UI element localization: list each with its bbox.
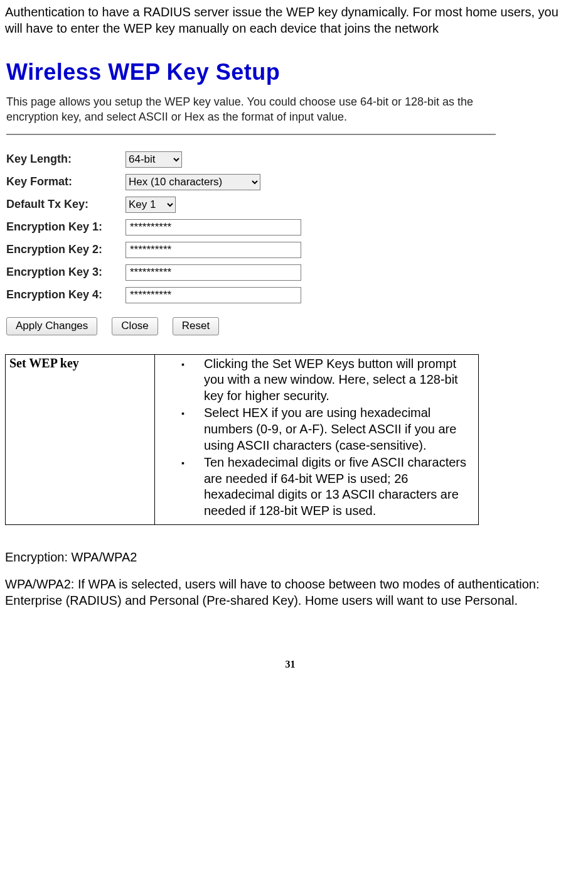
bullet-list: Clicking the Set WEP Keys button will pr… [159, 356, 474, 519]
row-key1: Encryption Key 1: [6, 219, 496, 236]
close-button[interactable]: Close [112, 317, 158, 335]
row-key3: Encryption Key 3: [6, 264, 496, 281]
input-key3[interactable] [126, 264, 301, 281]
select-key-length[interactable]: 64-bit [126, 151, 182, 168]
apply-changes-button[interactable]: Apply Changes [6, 317, 97, 335]
label-key-format: Key Format: [6, 175, 126, 188]
label-default-tx: Default Tx Key: [6, 198, 126, 211]
list-item: Select HEX if you are using hexadecimal … [181, 405, 473, 453]
table-row: Set WEP key Clicking the Set WEP Keys bu… [6, 354, 479, 524]
label-key1: Encryption Key 1: [6, 220, 126, 234]
page-number: 31 [5, 659, 575, 670]
label-key3: Encryption Key 3: [6, 266, 126, 279]
label-key-length: Key Length: [6, 153, 126, 166]
label-key4: Encryption Key 4: [6, 288, 126, 301]
wpa-paragraph: WPA/WPA2: If WPA is selected, users will… [5, 576, 575, 609]
row-key-format: Key Format: Hex (10 characters) [6, 174, 496, 190]
list-item: Clicking the Set WEP Keys button will pr… [181, 356, 473, 404]
wep-description: This page allows you setup the WEP key v… [6, 94, 496, 125]
input-key4[interactable] [126, 287, 301, 303]
divider [6, 134, 496, 135]
button-bar: Apply Changes Close Reset [6, 317, 496, 335]
wep-setup-panel: Wireless WEP Key Setup This page allows … [5, 55, 497, 342]
intro-paragraph: Authentication to have a RADIUS server i… [5, 4, 575, 36]
table-right-cell: Clicking the Set WEP Keys button will pr… [155, 354, 479, 524]
row-key-length: Key Length: 64-bit [6, 151, 496, 168]
wep-title: Wireless WEP Key Setup [6, 59, 496, 85]
table-left-cell: Set WEP key [6, 354, 155, 524]
row-key4: Encryption Key 4: [6, 287, 496, 303]
wpa-heading: Encryption: WPA/WPA2 [5, 550, 575, 565]
input-key1[interactable] [126, 219, 301, 236]
reset-button[interactable]: Reset [173, 317, 219, 335]
label-key2: Encryption Key 2: [6, 243, 126, 256]
select-key-format[interactable]: Hex (10 characters) [126, 174, 260, 190]
list-item: Ten hexadecimal digits or five ASCII cha… [181, 455, 473, 519]
input-key2[interactable] [126, 242, 301, 258]
row-key2: Encryption Key 2: [6, 242, 496, 258]
row-default-tx: Default Tx Key: Key 1 [6, 197, 496, 213]
select-default-tx[interactable]: Key 1 [126, 197, 176, 213]
set-wep-key-table: Set WEP key Clicking the Set WEP Keys bu… [5, 354, 479, 525]
